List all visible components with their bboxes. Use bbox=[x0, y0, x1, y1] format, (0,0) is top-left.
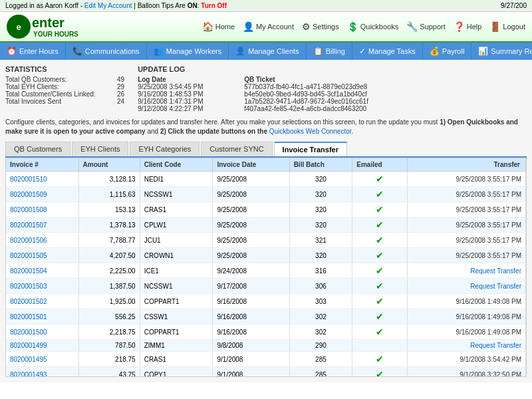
invoice-number[interactable]: 8020001504 bbox=[6, 263, 78, 279]
nav-help[interactable]: ❓Help bbox=[454, 21, 482, 32]
invoice-amount: 43.75 bbox=[78, 367, 140, 378]
invoice-amount: 2,225.00 bbox=[78, 263, 140, 279]
content-area: STATISTICS Total QB Customers: 49 Total … bbox=[0, 60, 532, 382]
nav-logout[interactable]: 🚪Logout bbox=[489, 21, 525, 32]
transfer-request-link[interactable]: Request Transfer bbox=[407, 263, 525, 279]
invoice-number[interactable]: 8020001493 bbox=[6, 367, 78, 378]
table-row: 8020001505 4,207.50 CROWN1 9/25/2008 320… bbox=[6, 248, 526, 263]
invoice-amount: 1,378.13 bbox=[78, 217, 140, 233]
col-invoice-date[interactable]: Invoice Date bbox=[213, 158, 289, 172]
invoice-date: 9/25/2008 bbox=[213, 233, 289, 248]
tab-eyh-categories[interactable]: EYH Categories bbox=[130, 142, 200, 156]
nav-support[interactable]: 🔧Support bbox=[406, 21, 446, 32]
invoice-number[interactable]: 8020001509 bbox=[6, 187, 78, 202]
bill-batch: 290 bbox=[289, 340, 352, 352]
transfer-date: 9/16/2008 1:49:08 PM bbox=[407, 294, 525, 309]
table-row: 8020001495 218.75 CRAS1 9/1/2008 285 ✔ 9… bbox=[6, 352, 526, 367]
client-code: CSSW1 bbox=[140, 309, 213, 325]
turn-off-link[interactable]: Turn Off bbox=[201, 2, 227, 9]
col-bill-batch[interactable]: Bill Batch bbox=[289, 158, 352, 172]
tab-eyh-clients[interactable]: EYH Clients bbox=[72, 142, 128, 156]
col-client-code[interactable]: Client Code bbox=[140, 158, 213, 172]
nav-manage-tasks[interactable]: ✓Manage Tasks bbox=[352, 43, 423, 60]
client-code: COPY1 bbox=[140, 367, 213, 378]
client-code: CRAS1 bbox=[140, 202, 213, 217]
table-row: 8020001500 2,218.75 COPPART1 9/16/2008 3… bbox=[6, 325, 526, 340]
invoice-date: 9/25/2008 bbox=[213, 217, 289, 233]
manage-workers-icon: 👥 bbox=[154, 47, 164, 56]
statistics-title: STATISTICS bbox=[5, 65, 124, 73]
table-row: 8020001493 43.75 COPY1 9/1/2008 285 ✔ 9/… bbox=[6, 367, 526, 378]
client-code: COPPART1 bbox=[140, 325, 213, 340]
invoice-date: 9/25/2008 bbox=[213, 248, 289, 263]
invoice-number[interactable]: 8020001495 bbox=[6, 352, 78, 367]
invoice-number[interactable]: 8020001506 bbox=[6, 233, 78, 248]
tab-invoice-transfer[interactable]: Invoice Transfer bbox=[274, 142, 347, 156]
manage-tasks-icon: ✓ bbox=[359, 47, 366, 56]
nav-enter-hours[interactable]: ⏰Enter Hours bbox=[0, 43, 66, 60]
nav-summary-reports[interactable]: 📊Summary Reports bbox=[471, 43, 532, 60]
nav-communications[interactable]: 📞Communications bbox=[66, 43, 147, 60]
support-icon: 🔧 bbox=[406, 21, 418, 32]
col-amount[interactable]: Amount bbox=[78, 158, 140, 172]
emailed-check: ✔ bbox=[352, 352, 407, 367]
nav-manage-workers[interactable]: 👥Manage Workers bbox=[147, 43, 229, 60]
nav-home[interactable]: 🏠Home bbox=[202, 21, 235, 32]
emailed-check: ✔ bbox=[352, 248, 407, 263]
top-bar: Logged in as Aaron Korff - Edit My Accou… bbox=[0, 0, 532, 12]
transfer-date: 9/25/2008 3:55:17 PM bbox=[407, 172, 525, 187]
edit-account-link[interactable]: Edit My Account bbox=[84, 2, 132, 9]
update-log-title: UPDATE LOG bbox=[138, 65, 527, 73]
emailed-check: ✔ bbox=[352, 309, 407, 325]
invoice-tbody: 8020001510 3,128.13 NEDI1 9/25/2008 320 … bbox=[6, 172, 526, 378]
nav-billing[interactable]: 📋Billing bbox=[307, 43, 352, 60]
transfer-request-link[interactable]: Request Transfer bbox=[407, 279, 525, 294]
payroll-icon: 💰 bbox=[430, 47, 440, 56]
invoice-number[interactable]: 8020001503 bbox=[6, 279, 78, 294]
logout-icon: 🚪 bbox=[489, 21, 501, 32]
nav-quickbooks[interactable]: 💲Quickbooks bbox=[347, 21, 398, 32]
invoice-number[interactable]: 8020001500 bbox=[6, 325, 78, 340]
nav-manage-clients[interactable]: 👤Manage Clients bbox=[229, 43, 306, 60]
tab-qb-customers[interactable]: QB Customers bbox=[5, 142, 70, 156]
nav-my-account[interactable]: 👤My Account bbox=[243, 21, 294, 32]
invoice-amount: 7,788.77 bbox=[78, 233, 140, 248]
invoice-number[interactable]: 8020001510 bbox=[6, 172, 78, 187]
invoice-number[interactable]: 8020001508 bbox=[6, 202, 78, 217]
invoice-number[interactable]: 8020001505 bbox=[6, 248, 78, 263]
tab-customer-sync[interactable]: Customer SYNC bbox=[201, 142, 272, 156]
stat-linked: Total Customer/Clients Linked: 26 bbox=[5, 90, 124, 98]
stat-invoices: Total Invoices Sent 24 bbox=[5, 98, 124, 105]
transfer-request-link[interactable]: Request Transfer bbox=[407, 340, 525, 352]
invoice-date: 9/16/2008 bbox=[213, 294, 289, 309]
bill-batch: 303 bbox=[289, 294, 352, 309]
client-code: CRAS1 bbox=[140, 352, 213, 367]
invoice-amount: 787.50 bbox=[78, 340, 140, 352]
invoice-date: 9/24/2008 bbox=[213, 263, 289, 279]
bill-batch: 285 bbox=[289, 367, 352, 378]
invoice-table-container[interactable]: Invoice # Amount Client Code Invoice Dat… bbox=[5, 158, 527, 377]
invoice-number[interactable]: 8020001501 bbox=[6, 309, 78, 325]
emailed-check: ✔ bbox=[352, 233, 407, 248]
invoice-number[interactable]: 8020001499 bbox=[6, 340, 78, 352]
nav-payroll[interactable]: 💰Payroll bbox=[423, 43, 472, 60]
account-icon: 👤 bbox=[243, 21, 254, 32]
invoice-number[interactable]: 8020001507 bbox=[6, 217, 78, 233]
invoice-number[interactable]: 8020001502 bbox=[6, 294, 78, 309]
bill-batch: 320 bbox=[289, 248, 352, 263]
transfer-date: 9/25/2008 3:55:17 PM bbox=[407, 202, 525, 217]
transfer-date: 9/25/2008 3:55:17 PM bbox=[407, 233, 525, 248]
invoice-amount: 153.13 bbox=[78, 202, 140, 217]
quickbooks-connector-link[interactable]: Quickbooks Web Connector bbox=[269, 128, 352, 135]
bill-batch: 306 bbox=[289, 279, 352, 294]
col-invoice[interactable]: Invoice # bbox=[6, 158, 78, 172]
emailed-empty bbox=[352, 340, 407, 352]
logo-circle: e bbox=[7, 15, 31, 39]
col-emailed[interactable]: Emailed bbox=[352, 158, 407, 172]
emailed-check: ✔ bbox=[352, 172, 407, 187]
invoice-date: 9/25/2008 bbox=[213, 187, 289, 202]
nav-settings[interactable]: ⚙Settings bbox=[302, 21, 339, 32]
transfer-date: 9/25/2008 3:55:17 PM bbox=[407, 248, 525, 263]
header-nav: 🏠Home 👤My Account ⚙Settings 💲Quickbooks … bbox=[202, 21, 525, 32]
col-transfer[interactable]: Transfer bbox=[407, 158, 525, 172]
